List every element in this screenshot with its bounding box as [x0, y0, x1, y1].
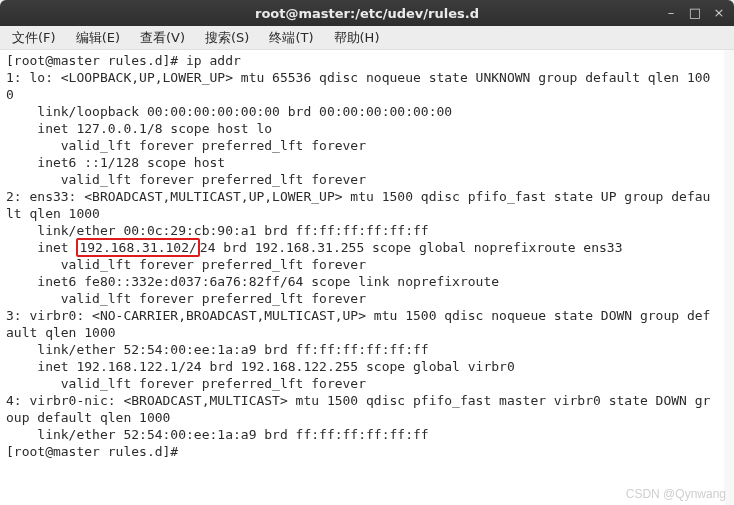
menu-search[interactable]: 搜索(S) [199, 27, 255, 49]
highlight-ip: 192.168.31.102/ [76, 238, 199, 257]
close-button[interactable]: × [710, 3, 728, 21]
minimize-button[interactable]: – [662, 3, 680, 21]
terminal-pane[interactable]: [root@master rules.d]# ip addr 1: lo: <L… [0, 50, 734, 505]
output-line: 3: virbr0: <NO-CARRIER,BROADCAST,MULTICA… [6, 308, 710, 340]
window-title: root@master:/etc/udev/rules.d [255, 6, 479, 21]
shell-command: ip addr [186, 53, 241, 68]
output-line: inet [6, 240, 76, 255]
output-line: link/ether 00:0c:29: [6, 223, 194, 238]
output-line: valid_lft forever preferred_lft forever [6, 291, 366, 306]
output-line: link/loopback 00:00:00:00:00:00 brd 00:0… [6, 104, 452, 119]
output-line: 1: lo: <LOOPBACK,UP,LOWER_UP> mtu 65536 … [6, 70, 710, 102]
maximize-button[interactable]: □ [686, 3, 704, 21]
output-line: valid_lft forever preferred_lft forever [6, 376, 366, 391]
output-line: inet6 fe80::332e:d037:6a76:82ff/64 scope… [6, 274, 499, 289]
window-controls: – □ × [662, 3, 728, 21]
output-line: valid_lft forever preferred_lft forever [6, 172, 366, 187]
window-titlebar: root@master:/etc/udev/rules.d – □ × [0, 0, 734, 26]
output-line: 2: ens33: <BROADCAST,MULTICAST,UP,LOWER_… [6, 189, 710, 221]
output-line: link/ether 52:54:00:ee:1a:a9 brd ff:ff:f… [6, 427, 429, 442]
output-line: inet6 ::1/128 scope host [6, 155, 225, 170]
scrollbar-vertical[interactable] [724, 50, 734, 505]
menubar: 文件(F) 编辑(E) 查看(V) 搜索(S) 终端(T) 帮助(H) [0, 26, 734, 50]
output-line: inet 192.168.122.1/24 brd 192.168.122.25… [6, 359, 515, 374]
menu-file[interactable]: 文件(F) [6, 27, 62, 49]
output-line: valid_lft forever preferred_lft forever [6, 257, 366, 272]
menu-edit[interactable]: 编辑(E) [70, 27, 126, 49]
output-line: 4: virbr0-nic: <BROADCAST,MULTICAST> mtu… [6, 393, 710, 425]
output-line: valid_lft forever preferred_lft forever [6, 138, 366, 153]
shell-prompt: [root@master rules.d]# [6, 444, 186, 459]
menu-help[interactable]: 帮助(H) [328, 27, 386, 49]
output-line: link/ether 52:54:00:ee:1a:a9 brd ff:ff:f… [6, 342, 429, 357]
menu-terminal[interactable]: 终端(T) [263, 27, 319, 49]
output-line: inet 127.0.0.1/8 scope host lo [6, 121, 272, 136]
menu-view[interactable]: 查看(V) [134, 27, 191, 49]
output-line: 24 brd 192.168.31.255 scope global nopre… [200, 240, 623, 255]
output-line: cb:90:a1 brd ff:ff:ff:ff:ff:ff [194, 223, 429, 238]
watermark: CSDN @Qynwang [626, 487, 726, 501]
shell-prompt: [root@master rules.d]# [6, 53, 186, 68]
